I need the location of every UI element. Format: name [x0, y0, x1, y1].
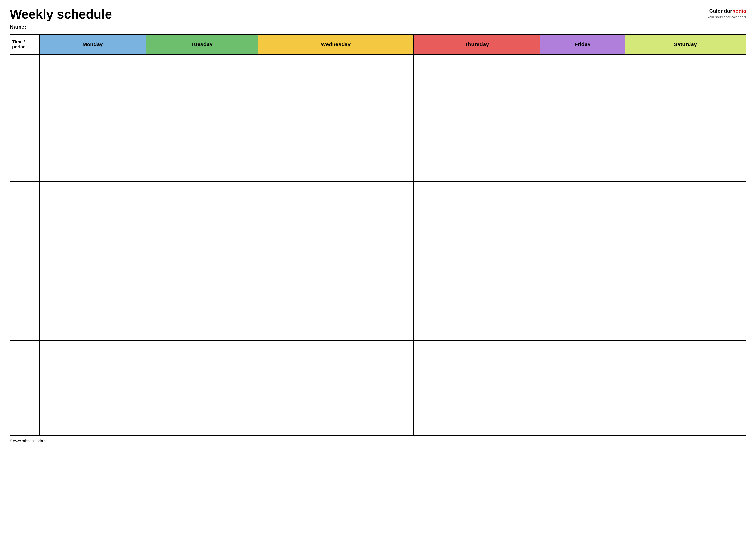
cell-thursday[interactable] [414, 372, 540, 404]
table-row [10, 86, 746, 118]
cell-thursday[interactable] [414, 150, 540, 181]
cell-wednesday[interactable] [258, 309, 414, 340]
cell-tuesday[interactable] [146, 213, 258, 245]
time-cell[interactable] [10, 404, 39, 436]
cell-friday[interactable] [540, 340, 625, 372]
table-row [10, 150, 746, 181]
cell-tuesday[interactable] [146, 277, 258, 309]
cell-thursday[interactable] [414, 54, 540, 86]
cell-friday[interactable] [540, 118, 625, 150]
cell-wednesday[interactable] [258, 277, 414, 309]
cell-monday[interactable] [39, 213, 146, 245]
cell-wednesday[interactable] [258, 54, 414, 86]
cell-wednesday[interactable] [258, 118, 414, 150]
cell-monday[interactable] [39, 54, 146, 86]
header-row: Time / period Monday Tuesday Wednesday T… [10, 35, 746, 54]
cell-tuesday[interactable] [146, 150, 258, 181]
cell-tuesday[interactable] [146, 340, 258, 372]
cell-friday[interactable] [540, 277, 625, 309]
cell-tuesday[interactable] [146, 86, 258, 118]
logo-tagline: Your source for calendars [707, 15, 746, 20]
footer: © www.calendarpedia.com [10, 439, 746, 443]
cell-tuesday[interactable] [146, 404, 258, 436]
table-row [10, 181, 746, 213]
time-cell[interactable] [10, 245, 39, 277]
cell-wednesday[interactable] [258, 372, 414, 404]
time-cell[interactable] [10, 340, 39, 372]
table-row [10, 372, 746, 404]
cell-saturday[interactable] [625, 150, 746, 181]
time-cell[interactable] [10, 86, 39, 118]
cell-monday[interactable] [39, 245, 146, 277]
col-header-wednesday: Wednesday [258, 35, 414, 54]
cell-monday[interactable] [39, 372, 146, 404]
cell-friday[interactable] [540, 86, 625, 118]
cell-friday[interactable] [540, 150, 625, 181]
cell-saturday[interactable] [625, 54, 746, 86]
cell-monday[interactable] [39, 181, 146, 213]
cell-wednesday[interactable] [258, 404, 414, 436]
cell-monday[interactable] [39, 150, 146, 181]
cell-tuesday[interactable] [146, 54, 258, 86]
time-cell[interactable] [10, 309, 39, 340]
cell-tuesday[interactable] [146, 118, 258, 150]
cell-monday[interactable] [39, 86, 146, 118]
time-cell[interactable] [10, 277, 39, 309]
page-title: Weekly schedule [10, 7, 112, 21]
cell-wednesday[interactable] [258, 150, 414, 181]
cell-wednesday[interactable] [258, 340, 414, 372]
cell-saturday[interactable] [625, 340, 746, 372]
cell-monday[interactable] [39, 340, 146, 372]
cell-thursday[interactable] [414, 277, 540, 309]
cell-saturday[interactable] [625, 245, 746, 277]
cell-thursday[interactable] [414, 309, 540, 340]
col-header-tuesday: Tuesday [146, 35, 258, 54]
cell-tuesday[interactable] [146, 181, 258, 213]
cell-monday[interactable] [39, 404, 146, 436]
cell-friday[interactable] [540, 245, 625, 277]
cell-friday[interactable] [540, 404, 625, 436]
cell-saturday[interactable] [625, 309, 746, 340]
cell-wednesday[interactable] [258, 245, 414, 277]
cell-saturday[interactable] [625, 118, 746, 150]
cell-monday[interactable] [39, 309, 146, 340]
cell-wednesday[interactable] [258, 181, 414, 213]
time-cell[interactable] [10, 150, 39, 181]
cell-tuesday[interactable] [146, 309, 258, 340]
table-row [10, 309, 746, 340]
cell-thursday[interactable] [414, 118, 540, 150]
cell-saturday[interactable] [625, 181, 746, 213]
cell-friday[interactable] [540, 213, 625, 245]
cell-tuesday[interactable] [146, 372, 258, 404]
cell-tuesday[interactable] [146, 245, 258, 277]
cell-thursday[interactable] [414, 340, 540, 372]
cell-friday[interactable] [540, 54, 625, 86]
col-header-monday: Monday [39, 35, 146, 54]
cell-friday[interactable] [540, 181, 625, 213]
cell-saturday[interactable] [625, 372, 746, 404]
cell-saturday[interactable] [625, 404, 746, 436]
cell-monday[interactable] [39, 277, 146, 309]
time-cell[interactable] [10, 372, 39, 404]
cell-thursday[interactable] [414, 213, 540, 245]
col-header-thursday: Thursday [414, 35, 540, 54]
time-cell[interactable] [10, 213, 39, 245]
cell-wednesday[interactable] [258, 213, 414, 245]
time-cell[interactable] [10, 54, 39, 86]
time-cell[interactable] [10, 181, 39, 213]
table-row [10, 54, 746, 86]
cell-friday[interactable] [540, 309, 625, 340]
cell-thursday[interactable] [414, 86, 540, 118]
cell-thursday[interactable] [414, 245, 540, 277]
cell-thursday[interactable] [414, 404, 540, 436]
cell-saturday[interactable] [625, 277, 746, 309]
cell-saturday[interactable] [625, 213, 746, 245]
time-cell[interactable] [10, 118, 39, 150]
cell-saturday[interactable] [625, 86, 746, 118]
cell-monday[interactable] [39, 118, 146, 150]
logo-calendar-part: Calendar [709, 8, 732, 14]
table-row [10, 213, 746, 245]
cell-friday[interactable] [540, 372, 625, 404]
cell-thursday[interactable] [414, 181, 540, 213]
cell-wednesday[interactable] [258, 86, 414, 118]
